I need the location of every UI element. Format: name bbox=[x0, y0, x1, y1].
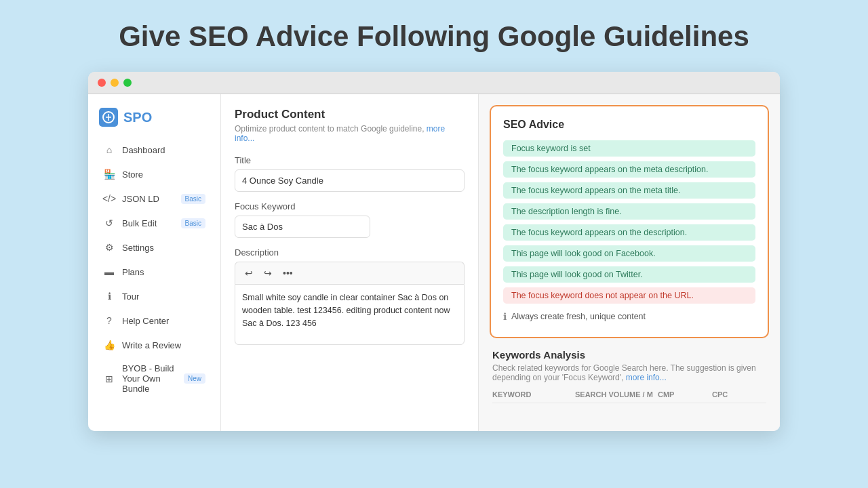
bundle-icon: ⊞ bbox=[103, 373, 115, 385]
sidebar-item-write-review[interactable]: 👍 Write a Review bbox=[92, 333, 216, 357]
sidebar-item-json-ld[interactable]: </> JSON LD Basic bbox=[92, 187, 216, 210]
logo-area: SPO bbox=[88, 105, 220, 138]
col-keyword: KEYWORD bbox=[492, 390, 575, 399]
advice-item-1: The focus keyword appears on the meta de… bbox=[503, 161, 755, 178]
byob-badge: New bbox=[184, 373, 205, 384]
sidebar-item-settings[interactable]: ⚙ Settings bbox=[92, 236, 216, 259]
json-ld-badge: Basic bbox=[181, 194, 205, 204]
store-icon: 🏪 bbox=[103, 168, 115, 180]
info-icon: ℹ bbox=[503, 311, 507, 322]
sidebar-item-label: Help Center bbox=[122, 316, 169, 326]
sidebar-item-label: Plans bbox=[122, 267, 144, 277]
browser-content: SPO ⌂ Dashboard 🏪 Store </> JSON LD Basi… bbox=[88, 94, 780, 431]
advice-item-3: The description length is fine. bbox=[503, 203, 755, 220]
advice-item-0: Focus keyword is set bbox=[503, 140, 755, 157]
title-field-label: Title bbox=[235, 155, 465, 165]
sidebar-item-label: BYOB - Build Your Own Bundle bbox=[122, 363, 177, 394]
sidebar-item-label: Dashboard bbox=[122, 145, 165, 155]
undo-button[interactable]: ↩ bbox=[242, 266, 256, 280]
gear-icon: ⚙ bbox=[103, 241, 115, 253]
sidebar-item-bulk-edit[interactable]: ↺ Bulk Edit Basic bbox=[92, 211, 216, 235]
sidebar: SPO ⌂ Dashboard 🏪 Store </> JSON LD Basi… bbox=[88, 94, 221, 431]
sidebar-item-label: Tour bbox=[122, 291, 139, 302]
browser-window: SPO ⌂ Dashboard 🏪 Store </> JSON LD Basi… bbox=[88, 72, 780, 431]
thumb-up-icon: 👍 bbox=[103, 339, 115, 351]
page-title: Give SEO Advice Following Google Guideli… bbox=[119, 20, 749, 53]
keywords-section: Keywords Analysis Check related keywords… bbox=[490, 349, 769, 403]
browser-titlebar bbox=[88, 72, 780, 94]
advice-item-2: The focus keyword appears on the meta ti… bbox=[503, 182, 755, 199]
sidebar-item-label: Store bbox=[122, 169, 143, 180]
col-cpc: CPC bbox=[712, 390, 766, 399]
advice-item-5: This page will look good on Facebook. bbox=[503, 245, 755, 262]
help-circle-icon: ? bbox=[103, 314, 115, 327]
description-toolbar: ↩ ↪ ••• bbox=[235, 262, 465, 284]
traffic-light-yellow[interactable] bbox=[111, 79, 119, 87]
logo-icon bbox=[99, 108, 118, 127]
keywords-title: Keywords Analysis bbox=[492, 349, 766, 361]
advice-info: ℹ Always create fresh, unique content bbox=[503, 308, 755, 325]
sidebar-item-label: Write a Review bbox=[122, 340, 181, 350]
more-options-button[interactable]: ••• bbox=[280, 266, 296, 280]
right-panel: SEO Advice Focus keyword is set The focu… bbox=[479, 94, 780, 431]
bulk-edit-badge: Basic bbox=[181, 218, 205, 228]
sidebar-item-byob[interactable]: ⊞ BYOB - Build Your Own Bundle New bbox=[92, 358, 216, 399]
keyword-field-label: Focus Keyword bbox=[235, 201, 465, 211]
logo-text: SPO bbox=[123, 110, 152, 125]
product-panel: Product Content Optimize product content… bbox=[221, 94, 479, 431]
sidebar-item-label: Settings bbox=[122, 243, 154, 253]
main-content: Product Content Optimize product content… bbox=[221, 94, 780, 431]
sidebar-item-tour[interactable]: ℹ Tour bbox=[92, 285, 216, 308]
home-icon: ⌂ bbox=[103, 144, 115, 156]
advice-info-text: Always create fresh, unique content bbox=[511, 312, 646, 321]
keyword-input[interactable] bbox=[235, 216, 370, 238]
seo-advice-panel: SEO Advice Focus keyword is set The focu… bbox=[490, 105, 769, 338]
keywords-table-header: KEYWORD SEARCH VOLUME / M CMP CPC bbox=[492, 390, 766, 403]
col-search-volume: SEARCH VOLUME / M bbox=[575, 390, 658, 399]
sidebar-item-plans[interactable]: ▬ Plans bbox=[92, 260, 216, 283]
traffic-light-red[interactable] bbox=[98, 79, 106, 87]
sidebar-item-label: Bulk Edit bbox=[122, 218, 157, 228]
sidebar-item-label: JSON LD bbox=[122, 194, 159, 204]
card-icon: ▬ bbox=[103, 266, 115, 278]
description-textarea[interactable] bbox=[235, 284, 465, 345]
sidebar-item-store[interactable]: 🏪 Store bbox=[92, 163, 216, 186]
advice-item-4: The focus keyword appears on the descrip… bbox=[503, 224, 755, 241]
redo-button[interactable]: ↪ bbox=[261, 266, 275, 280]
traffic-light-green[interactable] bbox=[123, 79, 132, 87]
sidebar-item-help-center[interactable]: ? Help Center bbox=[92, 309, 216, 332]
edit-icon: ↺ bbox=[103, 217, 115, 229]
seo-panel-title: SEO Advice bbox=[503, 119, 755, 131]
product-panel-title: Product Content bbox=[235, 108, 465, 121]
keywords-subtitle: Check related keywords for Google Search… bbox=[492, 363, 766, 382]
product-panel-subtitle: Optimize product content to match Google… bbox=[235, 124, 465, 143]
keywords-more-info-link[interactable]: more info... bbox=[626, 373, 667, 382]
info-circle-icon: ℹ bbox=[103, 290, 115, 302]
col-cmp: CMP bbox=[658, 390, 712, 399]
code-icon: </> bbox=[103, 192, 115, 205]
advice-item-6: This page will look good on Twitter. bbox=[503, 266, 755, 283]
title-input[interactable] bbox=[235, 169, 465, 192]
sidebar-item-dashboard[interactable]: ⌂ Dashboard bbox=[92, 138, 216, 161]
description-field-label: Description bbox=[235, 247, 465, 258]
advice-item-7: The focus keyword does not appear on the… bbox=[503, 287, 755, 304]
